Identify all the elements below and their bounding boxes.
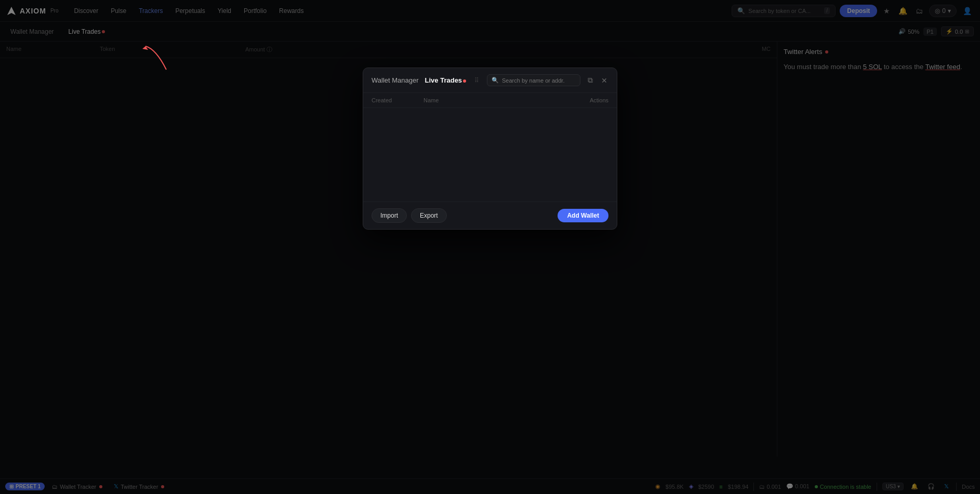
modal-external-link-icon[interactable]: ⧉ bbox=[587, 75, 594, 86]
modal-footer: Import Export Add Wallet bbox=[363, 202, 617, 229]
wallet-manager-modal: Wallet Manager Live Trades ⠿ 🔍 ⧉ ✕ Creat… bbox=[363, 68, 617, 230]
modal-live-dot bbox=[463, 79, 466, 83]
modal-wallet-manager-title: Wallet Manager bbox=[372, 76, 419, 84]
add-wallet-button[interactable]: Add Wallet bbox=[558, 209, 608, 222]
modal-search-input[interactable] bbox=[502, 77, 564, 84]
modal-col-name: Name bbox=[423, 97, 557, 103]
modal-overlay[interactable]: Wallet Manager Live Trades ⠿ 🔍 ⧉ ✕ Creat… bbox=[0, 0, 980, 494]
modal-live-trades-tab[interactable]: Live Trades bbox=[425, 76, 467, 84]
export-button[interactable]: Export bbox=[411, 208, 447, 223]
modal-col-created: Created bbox=[372, 97, 423, 103]
modal-header: Wallet Manager Live Trades ⠿ 🔍 ⧉ ✕ bbox=[363, 68, 617, 93]
modal-table-header: Created Name Actions bbox=[363, 93, 617, 108]
modal-col-actions: Actions bbox=[557, 97, 608, 103]
modal-search-icon: 🔍 bbox=[492, 77, 499, 84]
drag-handle[interactable]: ⠿ bbox=[474, 77, 479, 84]
modal-search[interactable]: 🔍 bbox=[487, 74, 580, 86]
modal-close-button[interactable]: ✕ bbox=[600, 75, 608, 86]
import-button[interactable]: Import bbox=[372, 208, 407, 223]
modal-body bbox=[363, 108, 617, 202]
